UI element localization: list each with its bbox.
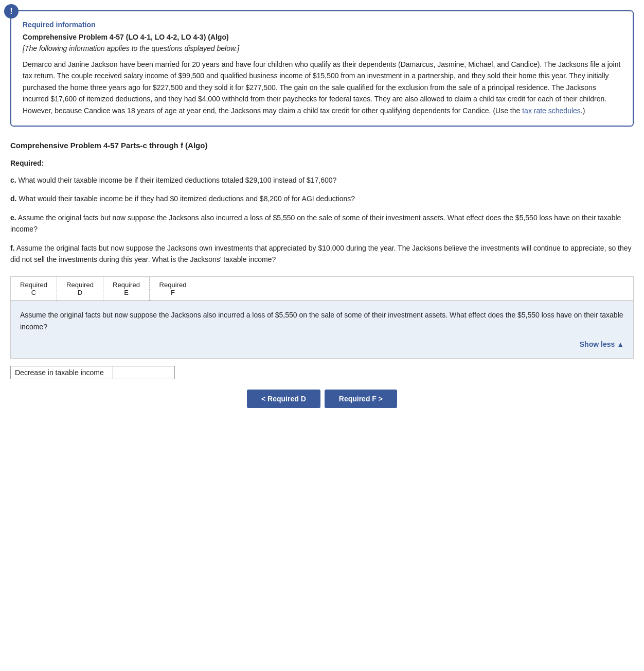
required-label: Required: (10, 159, 634, 167)
answer-input[interactable] (113, 366, 175, 379)
main-problem-title: Comprehensive Problem 4-57 Parts-c throu… (10, 141, 634, 150)
tab-required-d[interactable]: Required D (57, 277, 103, 301)
show-less-row: Show less ▲ (20, 339, 624, 350)
answer-row: Decrease in taxable income (10, 366, 634, 379)
tab-content-area: Assume the original facts but now suppos… (11, 301, 633, 358)
info-icon: ! (4, 4, 19, 19)
question-f: f. Assume the original facts but now sup… (10, 242, 634, 266)
info-paragraph: Demarco and Janine Jackson have been mar… (23, 59, 621, 116)
tab-required-e[interactable]: Required E (103, 277, 150, 301)
nav-buttons-row: < Required D Required F > (10, 390, 634, 408)
prev-button[interactable]: < Required D (247, 390, 320, 408)
tab-content-text: Assume the original facts but now suppos… (20, 309, 624, 332)
required-info-title: Required information (23, 21, 621, 29)
answer-label: Decrease in taxable income (10, 366, 113, 379)
show-less-button[interactable]: Show less ▲ (580, 340, 624, 348)
tab-required-c[interactable]: Required C (11, 277, 57, 301)
info-box: ! Required information Comprehensive Pro… (10, 10, 634, 127)
info-problem-title: Comprehensive Problem 4-57 (LO 4-1, LO 4… (23, 33, 621, 41)
tax-rate-link[interactable]: tax rate schedules (522, 107, 581, 115)
next-button[interactable]: Required F > (325, 390, 397, 408)
question-c: c. What would their taxable income be if… (10, 174, 634, 186)
tabs-section: Required C Required D Required E Require… (10, 276, 634, 359)
question-d: d. What would their taxable income be if… (10, 193, 634, 204)
question-e: e. Assume the original facts but now sup… (10, 212, 634, 235)
tabs-row: Required C Required D Required E Require… (11, 277, 633, 301)
tab-required-f[interactable]: Required F (150, 277, 196, 301)
info-problem-subtitle: [The following information applies to th… (23, 44, 621, 52)
